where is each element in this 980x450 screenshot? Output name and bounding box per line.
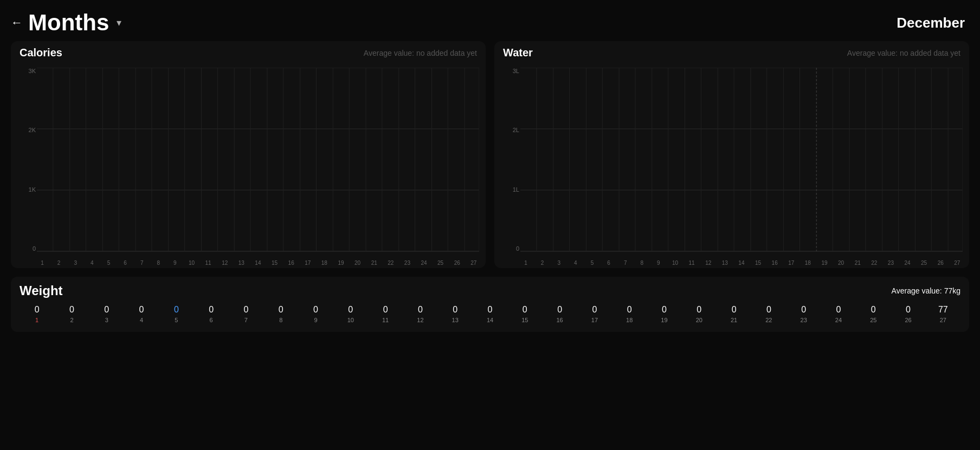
weight-value: 0 (243, 305, 248, 315)
weight-value: 0 (697, 305, 701, 315)
weight-value: 0 (592, 305, 597, 315)
weight-value: 0 (801, 305, 806, 315)
x-label: 2 (54, 260, 65, 266)
calories-svg (37, 68, 479, 252)
weight-col: 023 (786, 305, 821, 323)
calories-panel: Calories Average value: no added data ye… (11, 41, 486, 268)
x-label: 11 (686, 260, 697, 266)
x-label: 17 (302, 260, 313, 266)
x-label: 13 (719, 260, 730, 266)
page-title: Months (28, 10, 109, 36)
water-svg (520, 68, 963, 252)
x-label: 22 (869, 260, 880, 266)
x-label: 20 (352, 260, 363, 266)
weight-value: 0 (906, 305, 911, 315)
x-label: 8 (636, 260, 647, 266)
weight-col: 022 (751, 305, 786, 323)
x-label: 6 (603, 260, 614, 266)
water-title: Water (503, 47, 533, 59)
dropdown-icon[interactable]: ▾ (117, 17, 121, 29)
weight-col: 018 (612, 305, 647, 323)
x-label: 27 (952, 260, 963, 266)
x-label: 20 (836, 260, 847, 266)
y-label-2l: 2L (513, 127, 519, 133)
weight-col: 012 (403, 305, 437, 323)
weight-day-label: 25 (870, 317, 876, 323)
weight-day-label: 6 (210, 317, 213, 323)
water-header: Water Average value: no added data yet (494, 41, 969, 62)
x-label: 24 (902, 260, 913, 266)
x-label: 4 (570, 260, 581, 266)
weight-title: Weight (20, 283, 63, 298)
weight-value: 0 (523, 305, 527, 315)
calories-x-labels: 1 2 3 4 5 6 7 8 9 10 11 12 13 14 15 16 1 (37, 260, 479, 266)
weight-day-label: 26 (905, 317, 911, 323)
x-label: 3 (70, 260, 81, 266)
x-label: 8 (153, 260, 164, 266)
water-x-labels: 1 2 3 4 5 6 7 8 9 10 11 12 13 14 15 16 1 (520, 260, 963, 266)
calories-y-labels: 3K 2K 1K 0 (14, 68, 36, 252)
weight-value: 0 (383, 305, 388, 315)
calories-chart-area: 3K 2K 1K 0 (11, 62, 486, 268)
x-label: 9 (653, 260, 664, 266)
x-label: 12 (220, 260, 230, 266)
back-button[interactable]: ← (11, 16, 23, 30)
weight-value: 0 (35, 305, 40, 315)
weight-day-label: 13 (452, 317, 459, 323)
x-label: 17 (786, 260, 797, 266)
weight-section: Weight Average value: 77kg 0102030405060… (11, 277, 969, 332)
header-left: ← Months ▾ (11, 10, 121, 36)
weight-value: 0 (766, 305, 771, 315)
x-label: 21 (369, 260, 379, 266)
x-label: 10 (669, 260, 680, 266)
weight-day-label: 16 (556, 317, 563, 323)
weight-value: 0 (69, 305, 74, 315)
x-label: 26 (935, 260, 946, 266)
x-label: 14 (253, 260, 263, 266)
y-label-0: 0 (516, 245, 519, 252)
x-label: 6 (120, 260, 131, 266)
x-label: 15 (753, 260, 764, 266)
x-label: 3 (553, 260, 564, 266)
weight-col: 01 (20, 305, 54, 323)
weight-value: 0 (104, 305, 109, 315)
weight-col: 015 (507, 305, 542, 323)
weight-col: 05 (159, 305, 194, 323)
water-chart-area: 3L 2L 1L 0 (494, 62, 969, 268)
weight-col: 026 (891, 305, 925, 323)
weight-value: 0 (871, 305, 876, 315)
weight-col: 02 (54, 305, 89, 323)
x-label: 15 (269, 260, 280, 266)
weight-day-label: 22 (765, 317, 772, 323)
weight-col: 017 (577, 305, 612, 323)
weight-day-label: 4 (140, 317, 143, 323)
weight-col: 07 (229, 305, 263, 323)
weight-day-label: 17 (591, 317, 598, 323)
weight-day-label: 21 (731, 317, 737, 323)
weight-col: 010 (333, 305, 368, 323)
weight-value: 0 (139, 305, 144, 315)
water-y-labels: 3L 2L 1L 0 (498, 68, 519, 252)
calories-avg: Average value: no added data yet (364, 49, 477, 57)
weight-day-label: 2 (70, 317, 73, 323)
x-label: 18 (802, 260, 813, 266)
x-label: 18 (319, 260, 330, 266)
weight-day-label: 1 (35, 317, 38, 323)
x-label: 7 (620, 260, 631, 266)
charts-row: Calories Average value: no added data ye… (11, 41, 969, 268)
weight-col: 019 (647, 305, 681, 323)
x-label: 9 (170, 260, 180, 266)
y-label-3l: 3L (513, 68, 519, 74)
weight-col: 025 (856, 305, 891, 323)
weight-col: 08 (263, 305, 298, 323)
y-label-1l: 1L (513, 186, 519, 193)
x-label: 25 (435, 260, 446, 266)
weight-day-label: 23 (801, 317, 807, 323)
x-label: 19 (819, 260, 830, 266)
weight-day-label: 8 (279, 317, 282, 323)
x-label: 23 (885, 260, 896, 266)
weight-col: 024 (821, 305, 856, 323)
weight-value: 77 (938, 305, 948, 315)
weight-day-label: 5 (175, 317, 178, 323)
x-label: 1 (37, 260, 48, 266)
